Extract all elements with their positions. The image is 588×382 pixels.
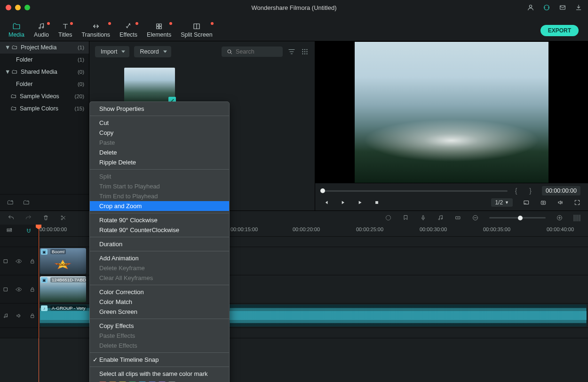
track-visibility-icon[interactable] (16, 258, 22, 265)
tab-audio[interactable]: Audio (29, 20, 54, 41)
context-menu-item[interactable]: Delete (90, 148, 229, 157)
remove-folder-icon[interactable] (23, 199, 30, 206)
context-menu-item[interactable]: Green Screen (90, 307, 229, 317)
play-pause-icon[interactable] (340, 199, 346, 206)
context-menu-item[interactable]: Show Properties (90, 104, 229, 114)
preview-scale-dropdown[interactable]: 1/2▼ (491, 198, 513, 207)
svg-point-13 (306, 49, 307, 50)
delete-icon[interactable] (42, 214, 49, 221)
support-icon[interactable] (543, 4, 550, 11)
context-menu-item[interactable]: Select all clips with the same color mar… (90, 369, 229, 379)
zoom-in-icon[interactable] (556, 214, 563, 221)
record-dropdown[interactable]: Record (134, 46, 171, 57)
timeline-zoom-slider[interactable] (489, 217, 546, 218)
context-menu-item[interactable]: Copy (90, 128, 229, 138)
svg-point-26 (386, 216, 391, 220)
window-close[interactable] (6, 5, 11, 10)
context-menu-item[interactable]: Color Match (90, 297, 229, 307)
track-lock-icon[interactable] (29, 286, 36, 293)
timeline-clip-overlay[interactable]: ▣ Boom! BOOM! (40, 248, 86, 274)
svg-point-11 (302, 49, 303, 50)
context-menu-item[interactable]: Duration (90, 239, 229, 249)
track-visibility-icon[interactable] (16, 286, 22, 293)
track-mute-icon[interactable] (2, 286, 9, 293)
context-menu-item[interactable]: Rotate 90° CounterClockwise (90, 225, 229, 235)
context-menu-item[interactable]: Rotate 90° Clockwise (90, 215, 229, 225)
window-maximize[interactable] (24, 5, 30, 10)
magnet-icon[interactable] (25, 227, 32, 234)
svg-rect-6 (159, 24, 162, 26)
sidebar-item-folder[interactable]: Folder (1) (0, 54, 89, 66)
track-lock-icon[interactable] (29, 258, 36, 265)
context-menu-item[interactable]: Add Animation (90, 253, 229, 263)
audio-mixer-icon[interactable] (437, 214, 444, 221)
track-lock-icon[interactable] (29, 312, 36, 319)
render-icon[interactable] (385, 214, 392, 221)
undo-icon[interactable] (8, 214, 15, 221)
svg-point-42 (4, 316, 5, 317)
preview-scrubber[interactable] (323, 190, 508, 192)
svg-point-37 (18, 260, 19, 261)
svg-rect-8 (159, 27, 162, 29)
marker-icon[interactable] (402, 214, 409, 221)
mail-icon[interactable] (559, 4, 566, 11)
snapshot-icon[interactable] (540, 199, 547, 206)
sidebar-item-sample-colors[interactable]: Sample Colors (15) (0, 102, 89, 115)
quality-icon[interactable] (523, 199, 530, 206)
grid-view-icon[interactable] (301, 47, 309, 56)
export-button[interactable]: EXPORT (540, 25, 579, 36)
volume-icon[interactable] (557, 199, 564, 206)
tab-transitions[interactable]: Transitions (77, 20, 115, 41)
download-icon[interactable] (575, 4, 582, 11)
play-icon[interactable] (357, 199, 363, 206)
sidebar-item-sample-videos[interactable]: Sample Videos (20) (0, 90, 89, 102)
context-menu-item[interactable]: Copy Effects (90, 321, 229, 331)
redo-icon[interactable] (25, 214, 32, 221)
audio-meter-icon[interactable] (573, 215, 580, 221)
timeline-clip-video[interactable]: ▣ 124B651D-7ABD (40, 276, 86, 302)
tab-media[interactable]: Media (4, 20, 29, 41)
track-volume-icon[interactable] (16, 312, 22, 319)
new-folder-icon[interactable] (7, 199, 14, 206)
keyframe-icon[interactable] (454, 214, 461, 221)
window-title: Wondershare Filmora (Untitled) (0, 4, 588, 11)
svg-rect-39 (4, 288, 8, 291)
context-menu-item[interactable]: Crop and Zoom (90, 201, 229, 211)
sidebar-item-folder[interactable]: Folder (0) (0, 78, 89, 90)
titlebar: Wondershare Filmora (Untitled) (0, 0, 588, 15)
track-mute-icon[interactable] (2, 258, 9, 265)
import-dropdown[interactable]: Import (95, 46, 129, 57)
playhead[interactable] (39, 225, 39, 382)
voiceover-icon[interactable] (420, 214, 427, 221)
ruler-tick: 00:00:25:00 (356, 226, 383, 232)
search-input[interactable] (236, 48, 278, 55)
filter-icon[interactable] (287, 47, 296, 56)
zoom-out-icon[interactable] (472, 214, 479, 221)
context-menu-item[interactable]: Color Correction (90, 287, 229, 297)
clip-label: 124B651D-7ABD (50, 277, 86, 282)
step-back-icon[interactable] (323, 199, 329, 206)
account-icon[interactable] (527, 4, 534, 11)
sidebar-item-label: Project Media (21, 44, 56, 51)
split-icon[interactable] (60, 214, 67, 221)
tab-titles[interactable]: Titles (54, 20, 77, 41)
track-music-icon[interactable] (2, 312, 9, 319)
context-menu-item[interactable]: Ripple Delete (90, 157, 229, 167)
context-menu-item: Split (90, 172, 229, 181)
window-minimize[interactable] (15, 5, 21, 10)
sidebar-item-project-media[interactable]: ▼ Project Media (1) (0, 41, 89, 54)
tab-effects[interactable]: Effects (115, 20, 142, 41)
sidebar-item-count: (1) (78, 45, 84, 50)
tab-split-screen[interactable]: Split Screen (176, 20, 217, 41)
fullscreen-icon[interactable] (574, 199, 580, 206)
media-thumbnail[interactable]: ✓ (124, 68, 175, 103)
tab-elements[interactable]: Elements (142, 20, 176, 41)
context-menu-item[interactable]: Enable Timeline Snap (90, 355, 229, 365)
stop-icon[interactable] (373, 199, 380, 206)
sidebar-item-shared-media[interactable]: ▼ Shared Media (0) (0, 66, 89, 78)
preview-frame (355, 42, 548, 183)
track-manager-icon[interactable] (6, 227, 13, 234)
clip-label: A-GROUP - Very (50, 305, 87, 311)
context-menu-item[interactable]: Cut (90, 118, 229, 128)
preview-canvas[interactable] (315, 41, 588, 183)
